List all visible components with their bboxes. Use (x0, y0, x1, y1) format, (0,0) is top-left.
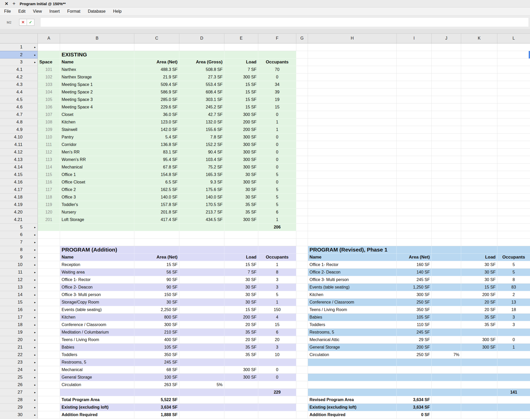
cell-J4.21[interactable] (432, 216, 461, 224)
cell-L1[interactable] (497, 43, 530, 51)
cell-K4.1[interactable] (461, 66, 497, 73)
cell-K28[interactable] (461, 396, 497, 404)
cell-H4.5[interactable] (308, 96, 397, 104)
cell-D3[interactable]: Area (Gross) (179, 58, 224, 66)
cell-F2[interactable] (258, 51, 296, 58)
menu-item-edit[interactable]: Edit (18, 9, 26, 14)
cell-A4.19[interactable]: 119 (38, 201, 60, 209)
row-header-15[interactable]: 15▸ (0, 299, 38, 306)
cell-F7[interactable] (258, 239, 296, 246)
cell-D27[interactable] (179, 389, 224, 396)
cell-E30[interactable] (224, 411, 258, 419)
cell-C8[interactable] (134, 246, 179, 254)
cell-I1[interactable] (397, 43, 432, 51)
cell-G20[interactable] (296, 336, 308, 344)
cell-G25[interactable] (296, 374, 308, 381)
cell-E9[interactable]: Load (224, 254, 258, 261)
cell-G17[interactable] (296, 314, 308, 321)
cell-F19[interactable]: 6 (258, 329, 296, 336)
row-expand-arrow-icon[interactable]: ▸ (34, 246, 36, 253)
cell-D15[interactable] (179, 299, 224, 306)
menu-item-format[interactable]: Format (67, 9, 80, 14)
cell-A4.3[interactable]: 103 (38, 81, 60, 89)
row-header-10[interactable]: 10▸ (0, 261, 38, 269)
cell-H3[interactable] (308, 58, 397, 66)
cell-H12[interactable]: Office 3- Multi person (308, 276, 397, 284)
cell-J1[interactable] (432, 43, 461, 51)
cell-H25[interactable] (308, 374, 397, 381)
cell-H4.20[interactable] (308, 209, 397, 216)
cell-J29[interactable] (432, 404, 461, 411)
column-header-L[interactable]: L (497, 34, 530, 43)
cell-E4.14[interactable]: 300 SF (224, 164, 258, 171)
cell-E5[interactable] (224, 224, 258, 231)
row-header-4.7[interactable]: 4.7 (0, 111, 38, 119)
cell-H4.12[interactable] (308, 149, 397, 156)
cell-E4.21[interactable]: 300 SF (224, 216, 258, 224)
cell-D4.5[interactable]: 303.1 SF (179, 96, 224, 104)
cell-C4.20[interactable]: 201.8 SF (134, 209, 179, 216)
cell-B4.5[interactable]: Meeting Space 3 (60, 96, 134, 104)
cell-H7[interactable] (308, 239, 397, 246)
cell-L14[interactable]: 2 (497, 291, 530, 299)
cell-L4.5[interactable] (497, 96, 530, 104)
cell-K20[interactable]: 300 SF (461, 336, 497, 344)
row-expand-arrow-icon[interactable]: ▸ (34, 389, 36, 396)
row-header-4.1[interactable]: 4.1 (0, 66, 38, 73)
cell-H15[interactable]: Conference / Classroom (308, 299, 397, 306)
cell-C23[interactable]: 245 SF (134, 359, 179, 366)
cell-B16[interactable]: Events (table seating) (60, 306, 134, 314)
cell-B4.7[interactable]: Closet (60, 111, 134, 119)
cell-J4.12[interactable] (432, 149, 461, 156)
grid-corner-cell[interactable] (0, 34, 38, 43)
cell-H22[interactable]: Circulation (308, 351, 397, 359)
cell-G21[interactable] (296, 344, 308, 351)
cell-F4.21[interactable]: 1 (258, 216, 296, 224)
cell-F20[interactable]: 20 (258, 336, 296, 344)
cell-C26[interactable]: 263 SF (134, 381, 179, 389)
row-header-28[interactable]: 28▸ (0, 396, 38, 404)
column-header-K[interactable]: K (461, 34, 497, 43)
cell-J15[interactable] (432, 299, 461, 306)
row-expand-arrow-icon[interactable]: ▸ (34, 269, 36, 276)
cell-B4.12[interactable]: Men's RR (60, 149, 134, 156)
cell-F3[interactable]: Occupants (258, 58, 296, 66)
tab-close-icon[interactable]: ✕ (5, 1, 8, 6)
cell-D30[interactable] (179, 411, 224, 419)
menu-item-insert[interactable]: Insert (49, 9, 60, 14)
cell-D4.11[interactable]: 152.2 SF (179, 141, 224, 149)
cell-G4.3[interactable] (296, 81, 308, 89)
cell-K27[interactable] (461, 389, 497, 396)
cell-H20[interactable]: Mechanical Attic (308, 336, 397, 344)
cell-K3[interactable] (461, 58, 497, 66)
cell-F28[interactable] (258, 396, 296, 404)
cell-B4.2[interactable]: Narthex Storage (60, 73, 134, 81)
cell-H19[interactable]: Restrooms, 5 (308, 329, 397, 336)
row-header-4.3[interactable]: 4.3 (0, 81, 38, 89)
cell-H5[interactable] (308, 224, 397, 231)
document-tab[interactable]: ✕ + Program Initial @ 150%** (0, 0, 530, 8)
cell-F4.14[interactable]: 0 (258, 164, 296, 171)
row-expand-arrow-icon[interactable]: ▸ (34, 276, 36, 283)
cell-B4.6[interactable]: Meeting Space 4 (60, 104, 134, 111)
cell-E4.6[interactable]: 15 SF (224, 104, 258, 111)
cell-E4.3[interactable]: 15 SF (224, 81, 258, 89)
row-header-4.4[interactable]: 4.4 (0, 89, 38, 96)
cell-E4.17[interactable]: 30 SF (224, 186, 258, 194)
cell-K15[interactable]: 20 SF (461, 299, 497, 306)
cell-A4.11[interactable]: 111 (38, 141, 60, 149)
cell-D6[interactable] (179, 231, 224, 239)
column-header-E[interactable]: E (224, 34, 258, 43)
cell-L4.12[interactable] (497, 149, 530, 156)
cell-L7[interactable] (497, 239, 530, 246)
cell-E26[interactable] (224, 381, 258, 389)
cell-A21[interactable] (38, 344, 60, 351)
cell-I26[interactable] (397, 381, 432, 389)
cell-E3[interactable]: Load (224, 58, 258, 66)
cell-E4.16[interactable]: 300 SF (224, 179, 258, 186)
cell-E25[interactable]: 300 SF (224, 374, 258, 381)
cell-J4.13[interactable] (432, 156, 461, 164)
cell-C29[interactable]: 3,634 SF (134, 404, 179, 411)
cell-D4.9[interactable]: 155.6 SF (179, 126, 224, 134)
cell-A14[interactable] (38, 291, 60, 299)
